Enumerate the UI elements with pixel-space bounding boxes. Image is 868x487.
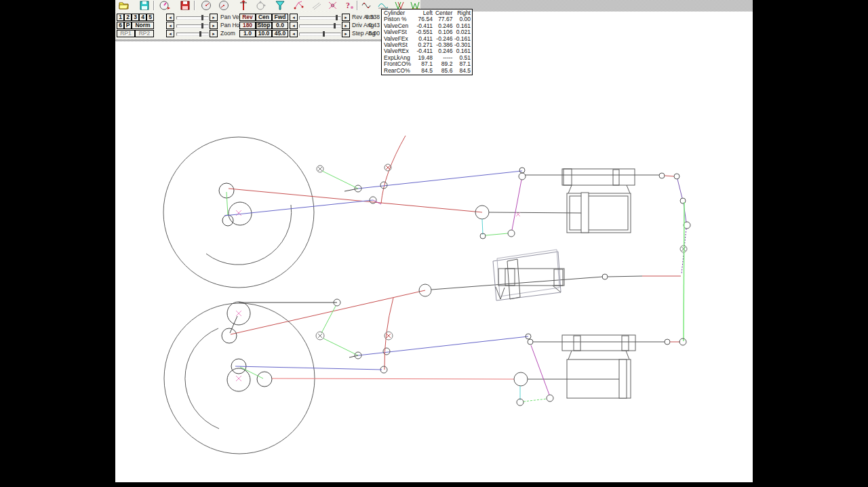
lower-expansion-link [235, 298, 528, 373]
lower-cylinder [562, 335, 635, 398]
upper-expansion-link [317, 136, 522, 203]
upper-cylinder [562, 169, 635, 233]
center-cylinder-mechanism [231, 250, 681, 334]
upper-rods [224, 189, 482, 216]
reverse-shaft-linkage [659, 173, 690, 341]
upper-driving-wheel [163, 137, 314, 288]
screen: { "iconbar": { "icons": ["open-file-icon… [0, 0, 868, 487]
table-row: RearCO%84.585.684.5 [382, 68, 472, 74]
cylinder-data-table: Cylinder Left Center Right Piston %76.54… [381, 9, 473, 75]
lower-driving-wheel [164, 302, 337, 454]
